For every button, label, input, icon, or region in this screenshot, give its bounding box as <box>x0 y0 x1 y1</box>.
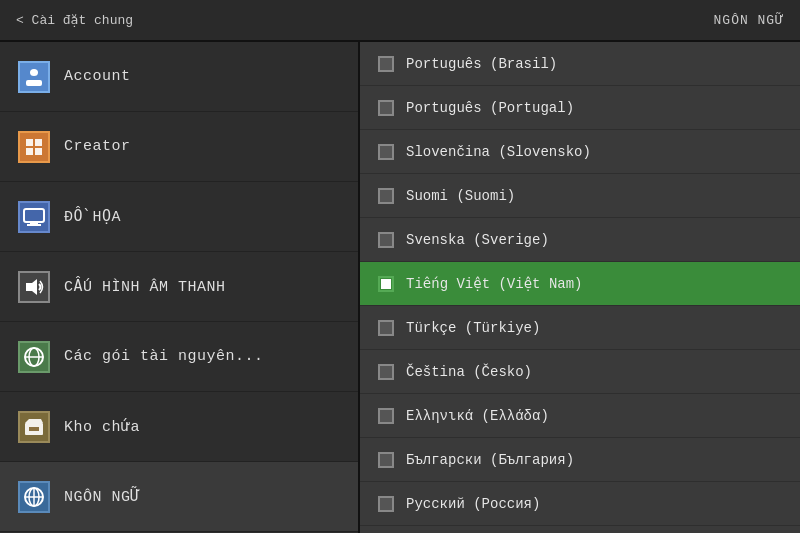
svg-rect-6 <box>24 209 44 222</box>
back-label: < Cài đặt chung <box>16 12 133 28</box>
account-icon <box>18 61 50 93</box>
creator-icon <box>18 131 50 163</box>
sidebar-item-creator[interactable]: Creator <box>0 112 358 182</box>
language-label-bg: Български (България) <box>406 452 574 468</box>
language-checkbox-sv <box>378 232 394 248</box>
sidebar-item-language[interactable]: NGÔN NGỮ <box>0 462 358 532</box>
language-item-uk[interactable]: Українська (Україна) <box>360 526 800 533</box>
language-item-cs[interactable]: Čeština (Česko) <box>360 350 800 394</box>
language-item-sv[interactable]: Svenska (Sverige) <box>360 218 800 262</box>
language-checkbox-pt-pt <box>378 100 394 116</box>
language-label-cs: Čeština (Česko) <box>406 364 532 380</box>
svg-rect-1 <box>26 80 42 86</box>
language-checkbox-tr <box>378 320 394 336</box>
packs-icon <box>18 341 50 373</box>
top-bar: < Cài đặt chung NGÔN NGỮ <box>0 0 800 42</box>
storage-icon <box>18 411 50 443</box>
svg-rect-3 <box>35 139 42 146</box>
language-checkbox-sk <box>378 144 394 160</box>
main-layout: Account Creator Đ <box>0 42 800 533</box>
language-label-tr: Türkçe (Türkiye) <box>406 320 540 336</box>
sidebar-item-language-label: NGÔN NGỮ <box>64 487 140 506</box>
sidebar-item-graphics[interactable]: ĐỒ HỌA <box>0 182 358 252</box>
sidebar-item-audio[interactable]: CẤU HÌNH ÂM THANH <box>0 252 358 322</box>
language-item-fi[interactable]: Suomi (Suomi) <box>360 174 800 218</box>
language-checkbox-fi <box>378 188 394 204</box>
language-label-el: Ελληνικά (Ελλάδα) <box>406 408 549 424</box>
language-label-ru: Русский (Россия) <box>406 496 540 512</box>
sidebar: Account Creator Đ <box>0 42 360 533</box>
sidebar-item-account-label: Account <box>64 68 131 85</box>
language-item-bg[interactable]: Български (България) <box>360 438 800 482</box>
sidebar-item-creator-label: Creator <box>64 138 131 155</box>
svg-rect-5 <box>35 148 42 155</box>
sidebar-item-graphics-label: ĐỒ HỌA <box>64 207 121 226</box>
language-label-vi: Tiếng Việt (Việt Nam) <box>406 275 583 292</box>
language-checkbox-ru <box>378 496 394 512</box>
svg-rect-0 <box>30 69 38 76</box>
back-button[interactable]: < Cài đặt chung <box>16 12 133 28</box>
language-item-pt-pt[interactable]: Português (Portugal) <box>360 86 800 130</box>
language-label-fi: Suomi (Suomi) <box>406 188 515 204</box>
language-checkbox-pt-br <box>378 56 394 72</box>
language-checkbox-cs <box>378 364 394 380</box>
language-item-vi[interactable]: Tiếng Việt (Việt Nam) <box>360 262 800 306</box>
language-item-tr[interactable]: Türkçe (Türkiye) <box>360 306 800 350</box>
language-item-pt-br[interactable]: Português (Brasil) <box>360 42 800 86</box>
svg-rect-2 <box>26 139 33 146</box>
language-item-el[interactable]: Ελληνικά (Ελλάδα) <box>360 394 800 438</box>
sidebar-item-account[interactable]: Account <box>0 42 358 112</box>
svg-rect-4 <box>26 148 33 155</box>
language-label-pt-br: Português (Brasil) <box>406 56 557 72</box>
language-list: Português (Brasil)Português (Portugal)Sl… <box>360 42 800 533</box>
language-item-sk[interactable]: Slovenčina (Slovensko) <box>360 130 800 174</box>
svg-rect-14 <box>29 427 39 431</box>
language-label-sk: Slovenčina (Slovensko) <box>406 144 591 160</box>
graphics-icon <box>18 201 50 233</box>
language-label-sv: Svenska (Sverige) <box>406 232 549 248</box>
sidebar-item-audio-label: CẤU HÌNH ÂM THANH <box>64 277 226 296</box>
sidebar-item-storage[interactable]: Kho chứa <box>0 392 358 462</box>
language-icon <box>18 481 50 513</box>
audio-icon <box>18 271 50 303</box>
svg-rect-8 <box>27 224 41 226</box>
language-checkbox-vi <box>378 276 394 292</box>
svg-marker-9 <box>26 279 37 295</box>
page-title: NGÔN NGỮ <box>714 12 784 28</box>
sidebar-item-packs[interactable]: Các gói tài nguyên... <box>0 322 358 392</box>
language-checkbox-bg <box>378 452 394 468</box>
language-item-ru[interactable]: Русский (Россия) <box>360 482 800 526</box>
language-label-pt-pt: Português (Portugal) <box>406 100 574 116</box>
sidebar-item-packs-label: Các gói tài nguyên... <box>64 348 264 365</box>
sidebar-item-storage-label: Kho chứa <box>64 417 140 436</box>
language-checkbox-el <box>378 408 394 424</box>
